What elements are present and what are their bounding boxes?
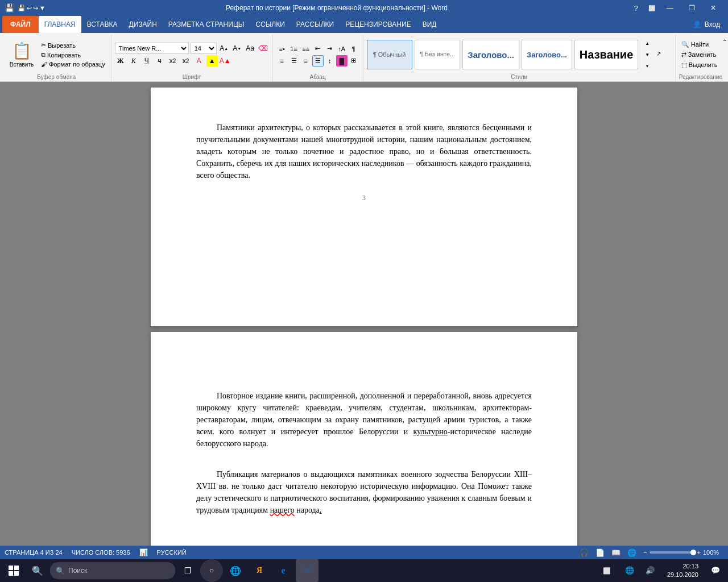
ribbon-collapse-button[interactable]: ⌃: [722, 39, 727, 45]
show-marks-button[interactable]: ¶: [348, 43, 359, 55]
styles-group: ¶ Обычный ¶ Без инте... Заголово... Заго…: [363, 35, 676, 81]
underline-button[interactable]: Ч: [141, 55, 152, 66]
expand-styles-button[interactable]: ↗: [656, 51, 661, 59]
increase-font-button[interactable]: A▲: [218, 43, 230, 54]
bullets-button[interactable]: ≡•: [276, 43, 288, 55]
styles-scroll-up[interactable]: ▲ ▼ ▾: [640, 36, 654, 73]
increase-indent-button[interactable]: ⇥: [324, 43, 336, 55]
document-area[interactable]: Памятники архитектуры, о которых рассказ…: [0, 82, 728, 546]
font-size-select[interactable]: 14: [191, 43, 217, 54]
signin-icon: 👤: [693, 20, 701, 28]
show-desktop-button[interactable]: ⬜: [597, 559, 617, 582]
signin-button[interactable]: 👤 Вход: [687, 16, 726, 33]
close-button[interactable]: ✕: [703, 0, 723, 16]
save-quick[interactable]: 💾: [18, 5, 26, 12]
ribbon-toggle[interactable]: ⬜: [646, 2, 657, 14]
zoom-level: 100%: [703, 549, 723, 556]
replace-button[interactable]: ⇄ Заменить: [679, 51, 718, 59]
borders-button[interactable]: ⊞: [348, 55, 359, 66]
subscript-button[interactable]: x2: [167, 55, 179, 66]
cut-icon: ✂: [41, 41, 46, 49]
sort-button[interactable]: ↑A: [336, 43, 348, 55]
menu-file[interactable]: ФАЙЛ: [2, 16, 39, 33]
style-normal[interactable]: ¶ Обычный: [367, 40, 412, 69]
clock[interactable]: 20:13 29.10.2020: [663, 562, 703, 580]
menu-design[interactable]: ДИЗАЙН: [123, 16, 163, 33]
redo-quick[interactable]: ↪: [33, 5, 38, 12]
paste-button[interactable]: 📋 Вставить: [6, 36, 38, 73]
paragraph-group: ≡• 1≡ ≡≡ ⇤ ⇥ ↑A ¶ ≡ ☰ ≡ ☰ ↕ ▓: [273, 35, 363, 81]
justify-button[interactable]: ☰: [312, 55, 324, 66]
format-painter-button[interactable]: 🖌 Формат по образцу: [39, 60, 107, 68]
browser-button[interactable]: 🌐: [224, 559, 247, 582]
zoom-slider[interactable]: [650, 551, 695, 554]
taskbar-search[interactable]: 🔍 Поиск: [50, 562, 175, 579]
menu-review[interactable]: РЕЦЕНЗИРОВАНИЕ: [340, 16, 416, 33]
shading-button[interactable]: ▓: [336, 55, 348, 66]
style-no-spacing[interactable]: ¶ Без инте...: [415, 40, 461, 69]
zoom-control[interactable]: − + 100%: [643, 549, 723, 556]
annotation-word2: .: [320, 506, 322, 514]
align-left-button[interactable]: ≡: [276, 55, 288, 66]
italic-button[interactable]: К: [128, 55, 139, 66]
cut-button[interactable]: ✂ Вырезать: [39, 41, 107, 49]
yandex-button[interactable]: Я: [248, 559, 271, 582]
undo-quick[interactable]: ↩: [27, 5, 32, 12]
word-taskbar-button[interactable]: W: [296, 559, 318, 582]
menu-layout[interactable]: РАЗМЕТКА СТРАНИЦЫ: [163, 16, 250, 33]
task-view-button[interactable]: ❐: [176, 559, 199, 582]
replace-icon: ⇄: [681, 51, 686, 59]
align-right-button[interactable]: ≡: [300, 55, 312, 66]
select-button[interactable]: ⬚ Выделить: [679, 61, 720, 69]
clock-date: 29.10.2020: [667, 571, 698, 579]
quick-access: 💾 ↩ ↪ ▼: [18, 5, 46, 12]
tray-icons: 🌐 🔊: [619, 559, 660, 582]
print-layout-icon[interactable]: 📄: [595, 548, 605, 557]
start-button[interactable]: [2, 559, 25, 582]
web-layout-icon[interactable]: 🌐: [627, 548, 636, 557]
help-button[interactable]: ?: [628, 0, 644, 16]
multilevel-button[interactable]: ≡≡: [300, 43, 312, 55]
copy-button[interactable]: ⧉ Копировать: [39, 51, 107, 59]
decrease-font-button[interactable]: A▼: [231, 43, 243, 54]
strikethrough-button[interactable]: ч: [154, 55, 166, 66]
align-center-button[interactable]: ☰: [288, 55, 300, 66]
style-heading2[interactable]: Заголово...: [522, 40, 572, 69]
numbering-button[interactable]: 1≡: [288, 43, 300, 55]
read-mode-icon[interactable]: 📖: [611, 548, 621, 557]
menu-refs[interactable]: ССЫЛКИ: [250, 16, 290, 33]
language[interactable]: РУССКИЙ: [157, 549, 187, 556]
style-title[interactable]: Название: [574, 40, 638, 69]
superscript-button[interactable]: x2: [180, 55, 192, 66]
find-button[interactable]: 🔍 Найти: [679, 40, 711, 49]
menu-home[interactable]: ГЛАВНАЯ: [39, 16, 81, 33]
decrease-indent-button[interactable]: ⇤: [312, 43, 324, 55]
text-color-button[interactable]: А: [193, 55, 205, 66]
clear-format-button[interactable]: ⌫: [258, 43, 269, 54]
format-painter-icon: 🖌: [41, 61, 47, 68]
style-heading1[interactable]: Заголово...: [462, 40, 519, 69]
line-spacing-button[interactable]: ↕: [324, 55, 336, 66]
titlebar: 💾 💾 ↩ ↪ ▼ Реферат по истории [Режим огра…: [0, 0, 728, 16]
bold-button[interactable]: Ж: [115, 55, 126, 66]
cortana-button[interactable]: ○: [200, 559, 223, 582]
zoom-in-button[interactable]: +: [697, 549, 701, 556]
highlight-button[interactable]: ▲: [206, 55, 218, 66]
zoom-out-button[interactable]: −: [643, 549, 647, 556]
menu-view[interactable]: ВИД: [417, 16, 442, 33]
restore-button[interactable]: ❐: [681, 0, 702, 16]
ribbon: 📋 Вставить ✂ Вырезать ⧉ Копировать 🖌 Фор…: [0, 33, 728, 82]
search-button[interactable]: 🔍: [26, 559, 49, 582]
change-case-button[interactable]: Аа: [245, 43, 256, 54]
edge-button[interactable]: e: [272, 559, 295, 582]
volume-icon[interactable]: 🔊: [640, 559, 660, 582]
accessibility-icon: 🎧: [580, 548, 589, 557]
menu-insert[interactable]: ВСТАВКА: [81, 16, 123, 33]
font-color-button[interactable]: А▲: [220, 55, 231, 66]
network-icon[interactable]: 🌐: [619, 559, 640, 582]
notification-button[interactable]: 💬: [705, 559, 726, 582]
customize-quick[interactable]: ▼: [39, 5, 46, 12]
font-name-select[interactable]: Times New R...: [115, 43, 189, 54]
menu-mailing[interactable]: РАССЫЛКИ: [291, 16, 340, 33]
minimize-button[interactable]: —: [660, 0, 680, 16]
